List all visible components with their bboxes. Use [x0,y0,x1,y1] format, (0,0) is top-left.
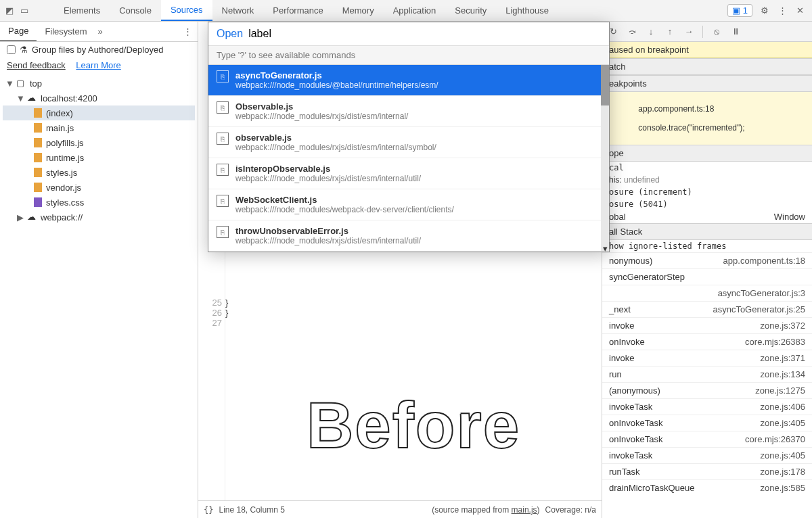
palette-input[interactable] [248,28,601,40]
palette-item[interactable]: ⎘Observable.jswebpack:///node_modules/rx… [208,96,609,127]
devtools-topbar: ◩ ▭ ElementsConsoleSourcesNetworkPerform… [0,0,812,22]
breakpoint-row[interactable]: app.component.ts:18 console.trace("incre… [602,92,812,145]
file-icon: ⎘ [217,133,229,145]
js-file-icon [32,122,43,133]
tree-file[interactable]: main.js [3,120,195,135]
js-file-icon [32,182,43,193]
cloud-icon: ☁ [27,212,38,222]
cursor-pos: Line 18, Column 5 [219,505,284,515]
tab-performance[interactable]: Performance [263,0,332,21]
tree-file[interactable]: (index) [3,105,195,120]
palette-item[interactable]: ⎘isInteropObservable.jswebpack:///node_m… [208,158,609,189]
tab-sources[interactable]: Sources [161,0,212,21]
stack-frame[interactable]: runTaskzone.js:178 [602,463,812,479]
scope-section[interactable]: ope [602,145,812,162]
gear-icon[interactable]: ⚙ [759,5,770,16]
stack-frame[interactable]: onInvokeTaskcore.mjs:26370 [602,431,812,447]
tab-security[interactable]: Security [445,0,496,21]
tree-file[interactable]: styles.js [3,165,195,180]
tab-elements[interactable]: Elements [54,0,110,21]
file-icon: ⎘ [217,164,229,176]
stack-frame[interactable]: invokeTaskzone.js:406 [602,398,812,415]
debug-toolbar: ↻ ⤼ ↓ ↑ → ⦸ ⏸ [602,22,812,42]
sidebar-tab-page[interactable]: Page [0,22,37,41]
scrollbar-thumb[interactable] [601,65,609,105]
palette-item[interactable]: ⎘asyncToGenerator.jswebpack:///node_modu… [208,65,609,96]
sidebar-tab-filesystem[interactable]: Filesystem [37,22,95,41]
palette-item[interactable]: ⎘WebSocketClient.jswebpack:///node_modul… [208,189,609,220]
sidebar-kebab-icon[interactable]: ⋮ [178,26,198,37]
tree-host[interactable]: ▼☁ localhost:4200 [3,91,195,105]
show-ignored-frames[interactable]: how ignore-listed frames [602,240,812,252]
command-palette: Open Type '?' to see available commands … [208,22,610,252]
open-label: Open [217,28,243,40]
step-icon[interactable]: → [683,26,694,37]
debugger-pane: ↻ ⤼ ↓ ↑ → ⦸ ⏸ aused on breakpoint atch e… [602,22,812,518]
breakpoints-section[interactable]: eakpoints [602,75,812,92]
step-out-icon[interactable]: ↑ [664,26,675,37]
stack-frame[interactable]: invokezone.js:372 [602,317,812,333]
issue-icon: ▣ [732,5,740,16]
deactivate-breakpoints-icon[interactable]: ⦸ [711,26,722,37]
palette-item[interactable]: ⎘observable.jswebpack:///node_modules/rx… [208,127,609,158]
stack-frame[interactable]: invokeTaskzone.js:405 [602,447,812,463]
tab-network[interactable]: Network [212,0,264,21]
palette-item[interactable]: ⎘throwUnobservableError.jswebpack:///nod… [208,220,609,252]
watch-section[interactable]: atch [602,58,812,75]
kebab-icon[interactable]: ⋮ [777,5,788,16]
group-files-checkbox[interactable] [7,45,16,54]
js-file-icon [32,137,43,148]
issues-count: 1 [743,5,748,16]
scope-closure-1[interactable]: osure (increment) [602,186,812,198]
step-into-icon[interactable]: ↓ [646,26,656,37]
stack-frame[interactable]: nonymous)app.component.ts:18 [602,252,812,268]
tree-top[interactable]: ▼▢ top [3,76,195,91]
source-map-link[interactable]: main.js [512,505,537,515]
close-icon[interactable]: ✕ [794,5,805,16]
code-line: } [225,308,602,318]
stack-frame[interactable]: onInvokeTaskzone.js:405 [602,415,812,431]
css-file-icon [32,197,43,208]
tree-webpack[interactable]: ▶☁ webpack:// [3,210,195,225]
editor-statusbar: {} Line 18, Column 5 (source mapped from… [198,500,602,518]
tree-file[interactable]: vendor.js [3,180,195,195]
tree-file[interactable]: runtime.js [3,150,195,165]
tab-lighthouse[interactable]: Lighthouse [496,0,558,21]
palette-scrollbar[interactable] [601,65,609,252]
stack-frame[interactable]: syncGeneratorStep [602,268,812,285]
step-over-icon[interactable]: ⤼ [627,26,637,37]
tree-file[interactable]: styles.css [3,195,195,210]
stack-frame[interactable]: asyncToGenerator.js:3 [602,285,812,301]
cloud-icon: ☁ [27,93,38,103]
tab-console[interactable]: Console [110,0,161,21]
sources-sidebar: Page Filesystem » ⋮ ⚗ Group files by Aut… [0,22,198,518]
scope-global[interactable]: obal [609,212,626,222]
scope-local[interactable]: cal [602,162,812,174]
stack-frame[interactable]: _nextasyncToGenerator.js:25 [602,301,812,317]
tab-memory[interactable]: Memory [333,0,384,21]
stack-frame[interactable]: onInvokecore.mjs:26383 [602,333,812,350]
scope-closure-2[interactable]: osure (5041) [602,198,812,210]
pretty-print-icon[interactable]: {} [204,505,213,515]
js-file-icon [32,152,43,163]
callstack-section[interactable]: all Stack [602,223,812,240]
stack-frame[interactable]: (anonymous)zone.js:1275 [602,382,812,398]
pause-exceptions-icon[interactable]: ⏸ [730,26,741,37]
sidebar-more-icon[interactable]: » [98,26,103,37]
svg-rect-6 [34,197,42,207]
send-feedback-link[interactable]: Send feedback [7,60,66,70]
learn-more-link[interactable]: Learn More [76,60,120,70]
tree-file[interactable]: polyfills.js [3,135,195,150]
file-icon: ⎘ [217,226,229,238]
stack-frame[interactable]: runzone.js:134 [602,366,812,382]
device-toggle-icon[interactable]: ▭ [19,5,30,16]
scroll-down-icon[interactable]: ▾ [601,245,609,252]
stack-frame[interactable]: drainMicroTaskQueuezone.js:585 [602,479,812,496]
inspect-icon[interactable]: ◩ [4,5,15,16]
svg-rect-3 [34,153,42,162]
stack-frame[interactable]: invokezone.js:371 [602,350,812,366]
svg-rect-1 [34,123,42,133]
tab-application[interactable]: Application [384,0,446,21]
issues-chip[interactable]: ▣ 1 [727,4,752,17]
svg-rect-2 [34,138,42,147]
